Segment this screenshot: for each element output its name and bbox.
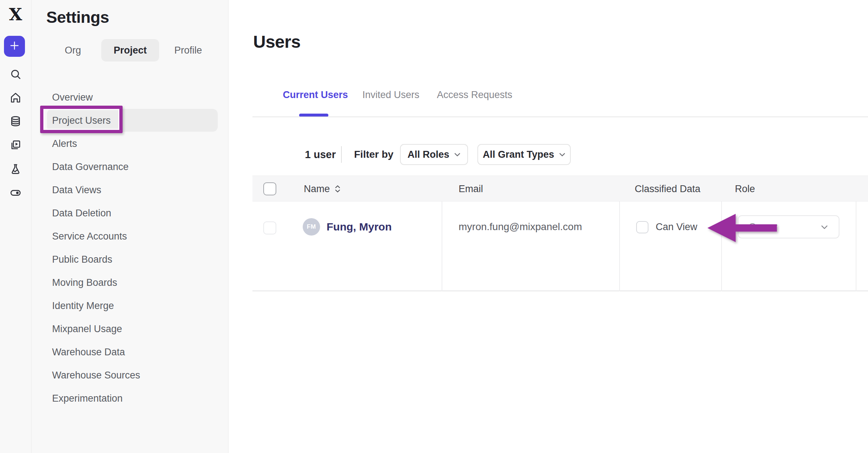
column-separator [619,202,620,291]
sidebar-item-data-deletion[interactable]: Data Deletion [31,202,228,225]
tab-org[interactable]: Org [65,39,81,62]
flask-icon[interactable] [9,163,22,175]
sidebar-item-warehouse-data[interactable]: Warehouse Data [31,340,228,364]
page-title: Users [253,32,301,52]
annotation-arrow [707,212,778,244]
column-separator [442,202,442,291]
boards-icon[interactable] [9,139,22,151]
column-header-classified-data: Classified Data [635,176,701,202]
classified-data-checkbox[interactable] [636,221,648,233]
tab-invited-users[interactable]: Invited Users [362,87,420,103]
tab-current-users[interactable]: Current Users [283,87,348,103]
chevron-down-icon [559,153,565,157]
column-separator [856,202,856,291]
tab-access-requests[interactable]: Access Requests [437,87,512,103]
all-roles-label: All Roles [408,149,450,160]
mixpanel-logo-icon[interactable]: X [6,5,25,24]
filter-row: 1 user Filter by All Roles All Grant Typ… [229,144,868,165]
select-all-checkbox[interactable] [263,182,276,195]
settings-title: Settings [46,8,109,27]
sidebar-item-warehouse-sources[interactable]: Warehouse Sources [31,364,228,387]
search-icon[interactable] [9,68,22,80]
sidebar-item-identity-merge[interactable]: Identity Merge [31,294,228,317]
sidebar-item-alerts[interactable]: Alerts [31,132,228,155]
icon-rail: X [0,0,31,453]
sidebar-item-moving-boards[interactable]: Moving Boards [31,271,228,294]
database-icon[interactable] [9,115,22,127]
avatar: FM [303,218,320,236]
annotation-highlight-rectangle [40,106,123,133]
all-grant-types-dropdown[interactable]: All Grant Types [477,144,571,165]
classified-data-label: Can View [656,218,697,236]
filter-by-label: Filter by [354,144,393,165]
sidebar-item-public-boards[interactable]: Public Boards [31,248,228,271]
sidebar-item-service-accounts[interactable]: Service Accounts [31,225,228,248]
tabs-divider [252,117,868,117]
sidebar-item-experimentation[interactable]: Experimentation [31,387,228,410]
settings-panel: Settings Org Project Profile Overview Pr… [31,0,229,453]
home-icon[interactable] [9,92,22,104]
user-name-link[interactable]: Fung, Myron [327,218,392,236]
all-roles-dropdown[interactable]: All Roles [400,144,468,165]
sort-icon[interactable] [335,185,340,193]
tab-profile[interactable]: Profile [174,39,202,62]
row-checkbox[interactable] [263,221,276,234]
user-count: 1 user [305,144,336,165]
toggle-icon[interactable] [9,187,22,199]
chevron-down-icon [821,225,828,229]
screen: X Settings Org Project Profi [0,0,868,453]
divider [341,146,342,163]
create-button[interactable] [4,36,25,57]
table-header: Name Email Classified Data Role [252,175,868,202]
column-header-email: Email [459,176,483,202]
settings-scope-tabs: Org Project Profile [31,39,228,62]
users-tabs: Current Users Invited Users Access Reque… [229,87,868,103]
sidebar-item-mixpanel-usage[interactable]: Mixpanel Usage [31,317,228,340]
column-header-name[interactable]: Name [304,176,340,202]
sidebar-item-data-views[interactable]: Data Views [31,178,228,202]
name-column-label: Name [304,176,330,202]
plus-icon [9,40,20,52]
column-header-role: Role [735,176,755,202]
sidebar-item-data-governance[interactable]: Data Governance [31,155,228,178]
all-grant-types-label: All Grant Types [483,149,554,160]
chevron-down-icon [454,153,460,157]
tab-project[interactable]: Project [101,39,159,62]
user-email: myron.fung@mixpanel.com [459,218,582,236]
